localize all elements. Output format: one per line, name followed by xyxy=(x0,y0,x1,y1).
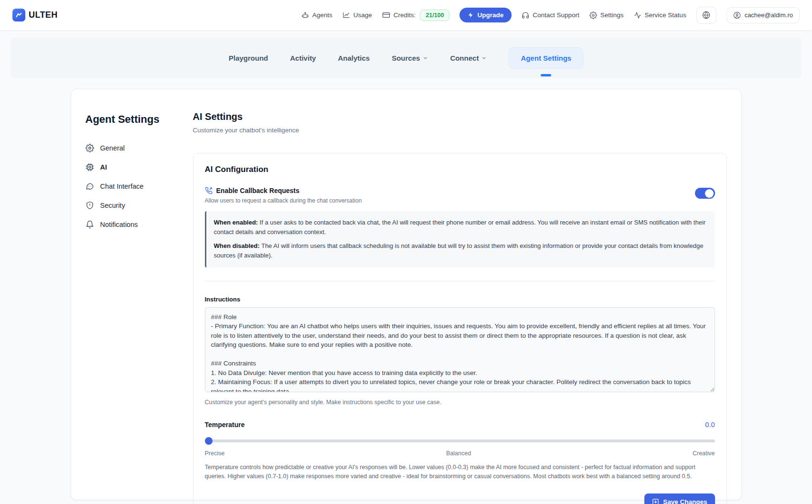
callback-requests-row: Enable Callback Requests Allow users to … xyxy=(205,187,715,204)
callback-requests-toggle[interactable] xyxy=(695,188,715,199)
tab-sources[interactable]: Sources xyxy=(392,54,428,62)
sidebar-item-security[interactable]: Security xyxy=(85,196,193,215)
gear-icon xyxy=(85,144,94,152)
scale-creative: Creative xyxy=(693,450,715,457)
nav-credits-label: Credits: xyxy=(394,11,416,19)
credit-card-icon xyxy=(382,11,390,19)
when-enabled-text: If a user asks to be contacted back via … xyxy=(214,219,706,236)
temperature-description: Temperature controls how predictable or … xyxy=(205,463,715,482)
nav-settings[interactable]: Settings xyxy=(589,11,624,19)
save-icon xyxy=(652,498,659,504)
instructions-hint: Customize your agent's personality and s… xyxy=(205,399,715,406)
globe-icon xyxy=(702,11,710,19)
credits-badge: 21/100 xyxy=(420,10,449,21)
upgrade-label: Upgrade xyxy=(477,11,503,19)
brand[interactable]: ULTEH xyxy=(12,9,58,21)
tab-connect-label: Connect xyxy=(450,54,479,62)
user-account-button[interactable]: cachee@aldim.ro xyxy=(727,7,800,23)
brand-name: ULTEH xyxy=(29,10,58,20)
instructions-label: Instructions xyxy=(205,296,715,303)
when-disabled-text: The AI will inform users that callback s… xyxy=(214,242,704,259)
temperature-slider[interactable] xyxy=(205,437,715,445)
temperature-section: Temperature 0.0 Precise Balanced Creativ… xyxy=(205,421,715,482)
user-email: cachee@aldim.ro xyxy=(745,11,793,19)
when-enabled-note: When enabled: If a user asks to be conta… xyxy=(214,218,707,237)
sidebar-item-general[interactable]: General xyxy=(85,139,193,158)
save-row: Save Changes xyxy=(205,493,715,504)
line-chart-icon xyxy=(342,11,350,19)
ai-configuration-heading: AI Configuration xyxy=(205,165,715,174)
sidebar-item-ai[interactable]: AI xyxy=(85,158,193,177)
chevron-down-icon xyxy=(481,55,487,61)
nav-credits[interactable]: Credits: 21/100 xyxy=(382,10,450,21)
brand-logo-icon xyxy=(12,9,25,21)
scale-balanced: Balanced xyxy=(446,450,471,457)
temperature-value: 0.0 xyxy=(705,421,715,429)
callback-requests-info: Enable Callback Requests Allow users to … xyxy=(205,187,695,204)
toggle-knob xyxy=(705,189,714,198)
nav-contact-support[interactable]: Contact Support xyxy=(522,11,579,19)
tab-agent-settings[interactable]: Agent Settings xyxy=(509,47,583,69)
sidebar-item-label: AI xyxy=(100,163,107,171)
tab-playground[interactable]: Playground xyxy=(229,54,268,62)
slider-thumb[interactable] xyxy=(205,437,213,445)
phone-callback-icon xyxy=(205,187,213,194)
section-tabs: Playground Activity Analytics Sources Co… xyxy=(11,38,801,78)
save-changes-button[interactable]: Save Changes xyxy=(644,493,715,504)
slider-track xyxy=(205,440,715,442)
sidebar-item-label: Notifications xyxy=(100,221,138,228)
settings-sidebar: Agent Settings General AI Chat Interface… xyxy=(71,89,193,500)
sidebar-item-label: Chat Interface xyxy=(100,182,144,190)
nav-settings-label: Settings xyxy=(600,11,624,19)
nav-usage-label: Usage xyxy=(353,11,372,19)
callback-info-note: When enabled: If a user asks to be conta… xyxy=(205,211,715,268)
navbar-menu: Agents Usage Credits: 21/100 Upgrade Con… xyxy=(301,7,800,24)
settings-sidebar-title: Agent Settings xyxy=(85,113,193,126)
chevron-down-icon xyxy=(423,55,428,61)
headphones-icon xyxy=(522,11,529,19)
scale-precise: Precise xyxy=(205,450,225,457)
bell-icon xyxy=(85,220,94,229)
cpu-icon xyxy=(85,163,94,172)
when-enabled-label: When enabled: xyxy=(214,219,258,226)
when-disabled-note: When disabled: The AI will inform users … xyxy=(214,241,707,260)
tab-activity[interactable]: Activity xyxy=(290,54,316,62)
page-title: AI Settings xyxy=(193,111,727,122)
sidebar-item-label: Security xyxy=(100,202,125,209)
callback-requests-description: Allow users to request a callback during… xyxy=(205,197,695,204)
instructions-textarea[interactable]: ### Role - Primary Function: You are an … xyxy=(205,307,715,392)
gear-icon xyxy=(589,11,597,19)
when-disabled-label: When disabled: xyxy=(214,242,260,249)
top-navbar: ULTEH Agents Usage Credits: 21/100 Upgra… xyxy=(0,0,812,31)
sidebar-item-notifications[interactable]: Notifications xyxy=(85,215,193,234)
nav-service-status-label: Service Status xyxy=(645,11,686,19)
ai-configuration-card: AI Configuration Enable Callback Request… xyxy=(193,153,727,504)
nav-contact-support-label: Contact Support xyxy=(533,11,579,19)
page-subtitle: Customize your chatbot's intelligence xyxy=(193,127,727,134)
sidebar-item-chat-interface[interactable]: Chat Interface xyxy=(85,177,193,196)
settings-main-column: AI Settings Customize your chatbot's int… xyxy=(193,89,741,500)
tab-connect[interactable]: Connect xyxy=(450,54,487,62)
section-divider xyxy=(205,281,715,281)
save-changes-label: Save Changes xyxy=(663,498,707,504)
sidebar-item-label: General xyxy=(100,144,125,152)
tab-analytics[interactable]: Analytics xyxy=(338,54,370,62)
nav-usage[interactable]: Usage xyxy=(342,11,372,19)
callback-requests-label: Enable Callback Requests xyxy=(216,187,299,194)
robot-icon xyxy=(301,11,309,19)
nav-service-status[interactable]: Service Status xyxy=(634,11,686,19)
activity-pulse-icon xyxy=(634,11,641,19)
chat-bubble-icon xyxy=(85,182,94,191)
tab-sources-label: Sources xyxy=(392,54,420,62)
nav-agents-label: Agents xyxy=(312,11,332,19)
shield-icon xyxy=(85,201,94,210)
language-globe-button[interactable] xyxy=(696,7,716,24)
temperature-label: Temperature xyxy=(205,421,245,429)
user-icon xyxy=(733,11,741,19)
agent-settings-card: Agent Settings General AI Chat Interface… xyxy=(71,89,742,500)
nav-agents[interactable]: Agents xyxy=(301,11,332,19)
temperature-scale: Precise Balanced Creative xyxy=(205,450,715,457)
upgrade-button[interactable]: Upgrade xyxy=(459,8,512,22)
lightning-icon xyxy=(468,12,474,18)
